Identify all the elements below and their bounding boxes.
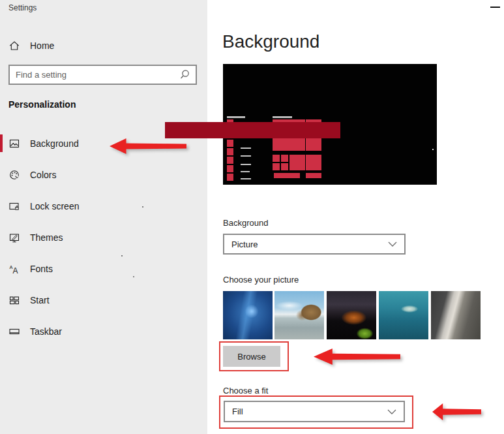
- preview-start-tile: [273, 163, 280, 170]
- minimize-button[interactable]: [490, 7, 500, 8]
- preview-app-label-line: [241, 171, 250, 172]
- sidebar-item-start[interactable]: Start: [0, 290, 207, 310]
- preview-start-tile: [289, 155, 305, 170]
- search-icon[interactable]: [179, 69, 190, 80]
- image-icon: [8, 138, 20, 149]
- palette-icon: [8, 169, 20, 181]
- start-tiles-icon: [8, 294, 20, 306]
- preview-start-tile: [273, 155, 280, 162]
- fit-dropdown[interactable]: Fill: [224, 401, 405, 422]
- preview-start-tile: [281, 155, 288, 162]
- fonts-icon: A A: [8, 263, 20, 275]
- preview-start-tile: [281, 163, 288, 170]
- window-title: Settings: [8, 3, 37, 12]
- annotation-arrow-fit: [432, 403, 481, 421]
- settings-window: Settings Home Personalization Background: [0, 0, 504, 434]
- fit-value: Fill: [225, 407, 243, 416]
- background-type-value: Picture: [224, 240, 258, 249]
- speck-artifact: [142, 206, 143, 208]
- preview-app-label-line: [241, 164, 251, 165]
- sidebar-item-taskbar[interactable]: Taskbar: [0, 322, 207, 341]
- picture-thumbnail-windows-hero[interactable]: [223, 291, 273, 339]
- preview-app-square: [227, 174, 233, 181]
- preview-app-square: [227, 157, 233, 164]
- svg-text:A: A: [13, 266, 18, 275]
- preview-start-tile: [306, 173, 321, 178]
- preview-app-square: [227, 148, 233, 155]
- sidebar-item-label: Colors: [30, 170, 56, 180]
- sidebar-item-label: Fonts: [30, 264, 53, 274]
- lock-screen-icon: [8, 200, 20, 212]
- sidebar-item-label: Start: [30, 295, 50, 305]
- section-title: Personalization: [8, 99, 76, 110]
- sidebar-item-fonts[interactable]: A A Fonts: [0, 259, 207, 279]
- page-title: Background: [222, 31, 319, 52]
- picture-thumbnail-night-camp-tent[interactable]: [327, 291, 376, 339]
- preview-app-label-line: [241, 155, 251, 157]
- picture-thumbnail-beach-rocks[interactable]: [274, 291, 324, 339]
- sidebar-item-themes[interactable]: Themes: [0, 228, 207, 247]
- sidebar-item-label: Lock screen: [30, 201, 79, 211]
- preview-start-tile: [306, 155, 321, 170]
- sidebar-item-colors[interactable]: Colors: [0, 165, 207, 185]
- preview-menu-line: [227, 116, 245, 118]
- background-field-label: Background: [223, 218, 268, 228]
- sidebar: Settings Home Personalization Background: [0, 0, 207, 434]
- chevron-down-icon: [387, 409, 396, 414]
- picture-thumbnail-underwater-turtle[interactable]: [379, 291, 428, 339]
- choose-picture-label: Choose your picture: [223, 275, 299, 285]
- themes-icon: [8, 232, 20, 243]
- speck-artifact: [133, 276, 134, 277]
- taskbar-icon: [8, 326, 20, 337]
- home-icon: [8, 40, 20, 52]
- annotation-arrow-background: [110, 138, 186, 155]
- speck-artifact: [121, 255, 123, 256]
- sidebar-item-label: Background: [30, 138, 79, 149]
- sidebar-item-home[interactable]: Home: [0, 36, 207, 55]
- search-box[interactable]: [8, 65, 197, 85]
- preview-start-tile: [274, 173, 300, 178]
- preview-app-square: [227, 140, 233, 147]
- preview-app-square: [227, 165, 233, 172]
- background-type-dropdown[interactable]: Picture: [223, 234, 406, 255]
- preview-menu-line: [273, 116, 292, 118]
- search-input[interactable]: [10, 70, 179, 80]
- preview-app-label-line: [241, 147, 251, 149]
- sidebar-item-lock-screen[interactable]: Lock screen: [0, 196, 207, 216]
- chevron-down-icon: [388, 241, 397, 247]
- speck-artifact: [432, 149, 434, 150]
- sidebar-item-label: Taskbar: [30, 326, 62, 337]
- preview-app-label-line: [241, 178, 251, 179]
- picture-thumbnail-granite-cliff[interactable]: [431, 291, 481, 339]
- annotation-arrow-browse: [314, 348, 400, 365]
- sidebar-item-label: Themes: [30, 232, 63, 243]
- choose-fit-label: Choose a fit: [223, 386, 268, 395]
- redaction-bar: [165, 122, 340, 138]
- sidebar-item-label: Home: [30, 40, 54, 51]
- browse-button[interactable]: Browse: [223, 346, 280, 367]
